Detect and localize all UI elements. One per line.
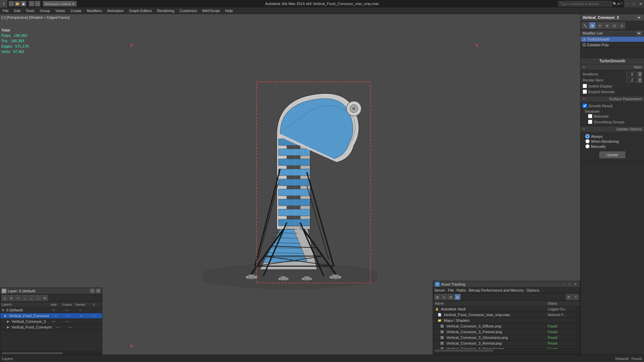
asset-minimize-btn[interactable]: − [561, 282, 566, 287]
asset-menu-bitmap[interactable]: Bitmap Performance and Memory [469, 288, 524, 292]
update-button[interactable]: Update [599, 152, 625, 158]
search-help-icon[interactable]: ? [621, 2, 623, 6]
main-section-title[interactable]: Main [581, 64, 644, 70]
modifier-item-editable-poly[interactable]: Editable Poly [581, 42, 644, 48]
save-btn[interactable]: 💾 [21, 1, 26, 6]
minimize-button[interactable]: − [624, 0, 631, 7]
menu-modifiers[interactable]: Modifiers [84, 8, 105, 13]
asset-row-maxfile[interactable]: 📄 Vertical_Food_Conveyor_max_vray.max Ne… [433, 312, 580, 318]
when-rendering-radio[interactable] [585, 139, 590, 143]
asset-tool-list[interactable]: ≡ [441, 294, 447, 300]
asset-tool-refresh[interactable]: ⟳ [566, 294, 572, 300]
maximize-button[interactable]: □ [631, 0, 637, 7]
layer-row-default[interactable]: ⊞ 0 (default) — — — [0, 307, 102, 313]
layers-scrollbar-thumb[interactable] [2, 352, 63, 354]
menu-animation[interactable]: Animation [105, 8, 126, 13]
menu-graph-editors[interactable]: Graph Editors [126, 8, 155, 13]
menu-maxscript[interactable]: MAXScript [200, 8, 222, 13]
layer-row-vc3[interactable]: ▶ Vertical_Conveyor_3 — — [0, 319, 102, 324]
asset-row-maps[interactable]: 📁 Maps / Shaders [433, 318, 580, 323]
materials-checkbox[interactable] [588, 114, 592, 118]
modifier-list-dropdown[interactable]: ▼ [637, 31, 642, 36]
asset-row-specular[interactable]: 🖼 Vertical_Conveyor_3_Specular.png Found [433, 346, 580, 349]
layers-tool-move-down[interactable]: ↓ [22, 295, 28, 301]
layers-tool-link[interactable]: ↕ [35, 295, 41, 301]
open-btn[interactable]: 📂 [15, 1, 20, 6]
render-iters-spinner[interactable]: 2 ▲ ▼ [626, 78, 642, 82]
isoline-checkbox[interactable] [583, 84, 587, 88]
iterations-up[interactable]: ▲ [638, 72, 642, 74]
asset-tool-small[interactable]: ⊟ [448, 294, 454, 300]
asset-name-maxfile: Vertical_Food_Conveyor_max_vray.max [444, 313, 548, 317]
asset-row-vault[interactable]: 🔒 Autodesk Vault Logged Ou... [433, 306, 580, 312]
render-iters-input[interactable]: 2 [626, 78, 638, 82]
menu-group[interactable]: Group [37, 8, 53, 13]
asset-menu-options[interactable]: Options [527, 288, 539, 292]
update-options-title[interactable]: Update Options [581, 126, 644, 132]
menu-views[interactable]: Views [53, 8, 68, 13]
layers-help-btn[interactable]: ? [90, 289, 95, 293]
layer-icon-vc3: ▶ [7, 320, 11, 323]
explicit-normals-checkbox[interactable] [583, 89, 587, 94]
asset-row-fresnel[interactable]: 🖼 Vertical_Conveyor_3_Fresnel.png Found [433, 329, 580, 335]
menu-edit[interactable]: Edit [11, 8, 23, 13]
always-radio[interactable] [585, 134, 590, 138]
layers-tool-move-up[interactable]: ↑ [29, 295, 35, 301]
new-btn[interactable]: □ [9, 1, 14, 6]
workspace-dropdown[interactable]: Workspace: Default ▼ [43, 1, 76, 6]
layers-tool-add[interactable]: + [15, 295, 21, 301]
menu-file[interactable]: File [0, 8, 11, 13]
menu-customize[interactable]: Customize [177, 8, 200, 13]
asset-menu-server[interactable]: Server [434, 288, 445, 292]
menu-rendering[interactable]: Rendering [155, 8, 177, 13]
iterations-input[interactable]: 0 [626, 72, 638, 76]
render-iters-down[interactable]: ▼ [638, 80, 642, 82]
tab-display[interactable]: D [611, 22, 618, 29]
asset-close-btn[interactable]: ✕ [573, 282, 578, 287]
asset-vscrollbar[interactable] [577, 306, 580, 349]
tab-utilities[interactable]: U [619, 22, 625, 29]
layers-close-btn[interactable]: ✕ [96, 289, 101, 293]
layer-row-vfc[interactable]: ▶ Vertical_Food_Conveyor — — ✓ □ [0, 313, 102, 319]
redo-btn[interactable]: ↪ [35, 1, 40, 6]
smoothing-groups-checkbox[interactable] [588, 120, 592, 124]
layers-tool-refresh[interactable]: ⟳ [42, 295, 48, 301]
tab-create[interactable]: 🔧 [582, 22, 588, 29]
tab-motion[interactable]: M [604, 22, 610, 29]
iterations-spinner[interactable]: 0 ▲ ▼ [626, 72, 642, 76]
iterations-down[interactable]: ▼ [638, 74, 642, 76]
undo-btn[interactable]: ↩ [29, 1, 34, 6]
asset-hscrollbar[interactable] [433, 349, 580, 352]
asset-tool-details[interactable]: ⊠ [454, 294, 461, 300]
asset-menu-file[interactable]: File [448, 288, 454, 292]
object-dropdown[interactable]: ▼ [635, 15, 642, 20]
asset-menu-paths[interactable]: Paths [457, 288, 466, 292]
layers-scrollbar[interactable] [0, 352, 102, 354]
menu-help[interactable]: Help [222, 8, 235, 13]
asset-row-diffuse[interactable]: 🖼 Vertical_Conveyor_3_Diffuse.png Found [433, 323, 580, 329]
tab-modify[interactable]: ⚙ [589, 22, 596, 29]
close-button[interactable]: ✕ [637, 0, 644, 7]
asset-row-glossiness[interactable]: 🖼 Vertical_Conveyor_3_Glossiness.png Fou… [433, 335, 580, 341]
tab-hierarchy[interactable]: H [596, 22, 603, 29]
modifier-item-turbosmooth[interactable]: ✓ TurboSmooth [581, 37, 644, 42]
asset-restore-btn[interactable]: □ [567, 282, 572, 287]
svg-rect-28 [278, 169, 310, 176]
manually-radio[interactable] [585, 144, 590, 148]
surface-params-title[interactable]: Surface Parameters [581, 96, 644, 102]
asset-hscrollbar2[interactable] [433, 352, 580, 354]
layer-row-vfc2[interactable]: ▶ Vertical_Food_Conveyor — — [0, 324, 102, 330]
search-icon[interactable]: 🔍 [613, 2, 617, 6]
smooth-result-checkbox[interactable] [583, 104, 587, 108]
search-options-icon[interactable]: ⚙ [617, 2, 620, 6]
asset-tool-help[interactable]: ? [573, 294, 579, 300]
search-input[interactable] [558, 1, 612, 6]
main-section: Main Iterations: 0 ▲ ▼ Render Iters: [581, 64, 644, 96]
asset-tool-grid[interactable]: ⊞ [434, 294, 440, 300]
asset-row-normal[interactable]: 🖼 Vertical_Conveyor_3_Normal.png Found [433, 341, 580, 346]
menu-tools[interactable]: Tools [23, 8, 37, 13]
menu-create[interactable]: Create [68, 8, 84, 13]
render-iters-up[interactable]: ▲ [638, 78, 642, 80]
layers-tool-menu[interactable]: ≡ [2, 295, 8, 301]
layers-tool-delete[interactable]: ✕ [8, 295, 14, 301]
